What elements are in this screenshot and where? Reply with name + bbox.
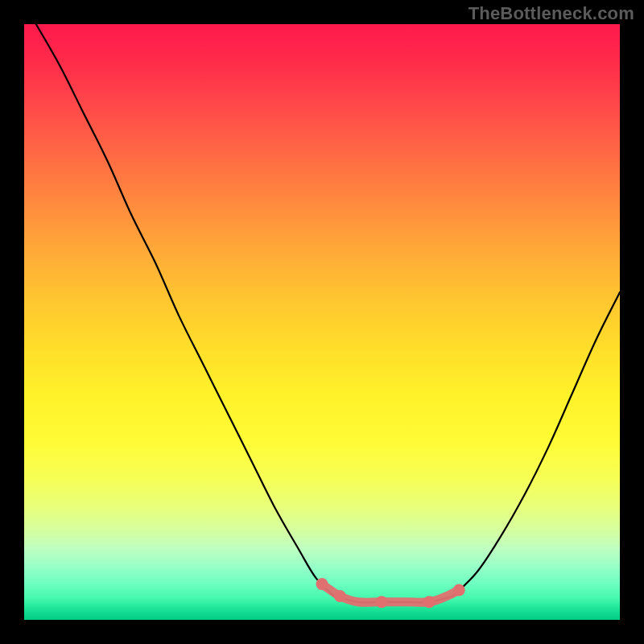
curve-left-branch — [36, 24, 334, 596]
watermark-text: TheBottleneck.com — [469, 3, 634, 24]
highlight-dot — [423, 596, 436, 608]
chart-frame: TheBottleneck.com — [0, 0, 644, 644]
highlight-dot — [376, 596, 388, 608]
highlight-dot — [453, 584, 465, 597]
curve-right-branch — [453, 292, 620, 596]
plot-area — [24, 24, 620, 620]
curve-layer — [24, 24, 620, 620]
highlight-dot — [334, 590, 346, 602]
highlight-dot — [316, 578, 328, 590]
